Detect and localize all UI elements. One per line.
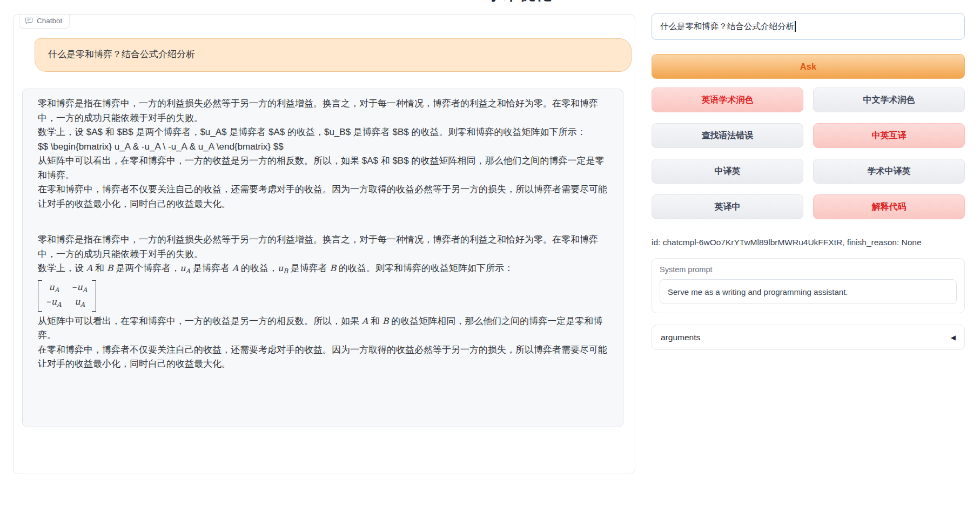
button-chinese-academic-polish[interactable]: 中文学术润色 — [813, 87, 965, 112]
system-prompt-card: System prompt Serve me as a writing and … — [652, 258, 965, 313]
bot-message-rendered: 零和博弈是指在博弈中，一方的利益损失必然等于另一方的利益增益。换言之，对于每一种… — [38, 233, 608, 372]
bot-message-bubble: 零和博弈是指在博弈中，一方的利益损失必然等于另一方的利益增益。换言之，对于每一种… — [22, 89, 623, 427]
payoff-matrix: uA−uA−uAuA — [38, 280, 96, 312]
bot-raw-latex-line: $$ \begin{bmatrix} u_A & -u_A \ -u_A & u… — [38, 140, 608, 154]
question-input[interactable]: 什么是零和博弈？结合公式介绍分析 — [652, 13, 965, 40]
bot-message-raw-markdown: 零和博弈是指在博弈中，一方的利益损失必然等于另一方的利益增益。换言之，对于每一种… — [38, 97, 608, 211]
arguments-accordion[interactable]: arguments ◀ — [652, 325, 965, 350]
bot-raw-paragraph: 零和博弈是指在博弈中，一方的利益损失必然等于另一方的利益增益。换言之，对于每一种… — [38, 97, 608, 125]
bot-rendered-paragraph: 零和博弈是指在博弈中，一方的利益损失必然等于另一方的利益增益。换言之，对于每一种… — [38, 233, 608, 261]
question-input-value: 什么是零和博弈？结合公式介绍分析 — [660, 21, 794, 32]
response-status-line: id: chatcmpl-6wOo7KrYTwMl89lbrMWRu4UkFFX… — [652, 238, 965, 247]
bot-rendered-paragraph: 数学上，设 A 和 B 是两个博弈者，uA 是博弈者 A 的收益，uB 是博弈者… — [38, 261, 608, 279]
button-zh-to-en[interactable]: 中译英 — [652, 159, 803, 184]
bot-rendered-paragraph: 从矩阵中可以看出，在零和博弈中，一方的收益是另一方的相反数。所以，如果 A 和 … — [38, 314, 608, 343]
matrix-right-bracket — [92, 280, 96, 312]
bot-raw-paragraph: 数学上，设 $A$ 和 $B$ 是两个博弈者，$u_A$ 是博弈者 $A$ 的收… — [38, 125, 608, 140]
function-button-grid: 英语学术润色 中文学术润色 查找语法错误 中英互译 中译英 学术中译英 英译中 … — [652, 87, 965, 219]
app-page: ChatGPT 学术优化 Chatbot 什么是零和博弈？结合公式介绍分析 零和… — [0, 0, 980, 519]
control-column: 什么是零和博弈？结合公式介绍分析 Ask 英语学术润色 中文学术润色 查找语法错… — [652, 13, 965, 350]
ask-button[interactable]: Ask — [652, 54, 965, 79]
chatbot-label-text: Chatbot — [37, 17, 62, 25]
button-academic-zh-to-en[interactable]: 学术中译英 — [813, 159, 965, 184]
text-cursor — [795, 21, 796, 32]
button-explain-code[interactable]: 解释代码 — [813, 194, 965, 219]
system-prompt-input[interactable]: Serve me as a writing and programming as… — [660, 279, 957, 304]
page-title: ChatGPT 学术优化 — [0, 0, 965, 5]
collapse-arrow-icon: ◀ — [951, 334, 956, 341]
bot-raw-paragraph: 在零和博弈中，博弈者不仅要关注自己的收益，还需要考虑对手的收益。因为一方取得的收… — [38, 183, 608, 211]
chatbot-panel-label: Chatbot — [19, 15, 70, 29]
bot-rendered-paragraph: 在零和博弈中，博弈者不仅要关注自己的收益，还需要考虑对手的收益。因为一方取得的收… — [38, 343, 608, 372]
button-en-to-zh[interactable]: 英译中 — [652, 194, 803, 219]
button-find-grammar-errors[interactable]: 查找语法错误 — [652, 123, 803, 148]
chatbot-panel: Chatbot 什么是零和博弈？结合公式介绍分析 零和博弈是指在博弈中，一方的利… — [13, 14, 635, 474]
matrix-left-bracket — [38, 280, 42, 312]
user-message-bubble: 什么是零和博弈？结合公式介绍分析 — [35, 38, 632, 72]
arguments-accordion-label: arguments — [661, 333, 700, 342]
system-prompt-value: Serve me as a writing and programming as… — [668, 287, 848, 296]
bot-raw-paragraph: 从矩阵中可以看出，在零和博弈中，一方的收益是另一方的相反数。所以，如果 $A$ … — [38, 154, 608, 183]
user-message-text: 什么是零和博弈？结合公式介绍分析 — [48, 49, 195, 59]
button-zh-en-mutual-translate[interactable]: 中英互译 — [813, 123, 965, 148]
chat-bubble-icon — [25, 17, 33, 25]
system-prompt-label: System prompt — [660, 265, 957, 274]
button-english-academic-polish[interactable]: 英语学术润色 — [652, 87, 803, 112]
